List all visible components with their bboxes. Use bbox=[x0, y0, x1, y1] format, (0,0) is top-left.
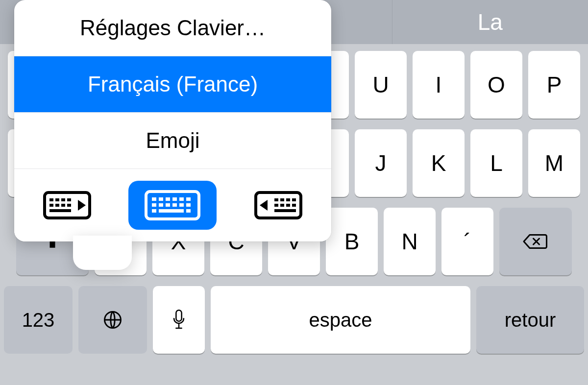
popover-tail bbox=[73, 236, 132, 270]
svg-rect-25 bbox=[152, 209, 156, 213]
svg-rect-19 bbox=[152, 203, 156, 207]
svg-rect-4 bbox=[55, 198, 59, 201]
space-key[interactable]: espace bbox=[211, 286, 470, 354]
dictation-key[interactable] bbox=[153, 286, 205, 354]
svg-rect-1 bbox=[176, 310, 181, 321]
svg-rect-18 bbox=[186, 197, 191, 201]
svg-rect-34 bbox=[280, 204, 284, 207]
key-accent[interactable]: ´ bbox=[441, 208, 493, 275]
globe-icon bbox=[102, 309, 123, 331]
key-u[interactable]: U bbox=[355, 51, 407, 119]
svg-rect-32 bbox=[292, 198, 296, 201]
svg-rect-5 bbox=[61, 198, 65, 201]
space-key-label: espace bbox=[309, 309, 372, 331]
key-k[interactable]: K bbox=[413, 129, 465, 197]
svg-rect-13 bbox=[152, 197, 156, 201]
key-o[interactable]: O bbox=[470, 51, 522, 119]
return-key-label: retour bbox=[505, 309, 556, 331]
svg-rect-16 bbox=[172, 197, 177, 201]
microphone-icon bbox=[171, 308, 187, 332]
svg-rect-15 bbox=[166, 197, 170, 201]
svg-rect-29 bbox=[274, 198, 278, 201]
svg-rect-7 bbox=[49, 204, 53, 207]
svg-rect-21 bbox=[166, 203, 170, 207]
svg-rect-6 bbox=[67, 198, 71, 201]
keyboard-settings-label: Réglages Clavier… bbox=[80, 16, 266, 40]
svg-rect-3 bbox=[49, 198, 53, 201]
backspace-key[interactable] bbox=[499, 208, 572, 275]
svg-rect-17 bbox=[179, 197, 184, 201]
svg-rect-8 bbox=[55, 204, 59, 207]
svg-rect-11 bbox=[49, 209, 71, 212]
keyboard-switcher-popover: Réglages Clavier… Français (France) Emoj… bbox=[14, 0, 331, 241]
svg-rect-10 bbox=[67, 204, 71, 207]
backspace-icon bbox=[522, 232, 549, 251]
key-p[interactable]: P bbox=[528, 51, 580, 119]
keyboard-settings-item[interactable]: Réglages Clavier… bbox=[14, 0, 331, 56]
keyboard-language-item[interactable]: Emoji bbox=[14, 113, 331, 169]
numbers-key-label: 123 bbox=[22, 309, 55, 331]
numbers-key[interactable]: 123 bbox=[4, 286, 73, 354]
svg-rect-14 bbox=[159, 197, 163, 201]
keyboard-dock-left-icon bbox=[43, 190, 92, 221]
key-j[interactable]: J bbox=[355, 129, 407, 197]
keyboard-undock-icon bbox=[143, 188, 202, 223]
svg-rect-33 bbox=[274, 204, 278, 207]
suggestion-item[interactable]: La bbox=[392, 0, 588, 44]
key-i[interactable]: I bbox=[413, 51, 465, 119]
key-b[interactable]: B bbox=[326, 208, 378, 275]
keyboard-row-4: 123 espace retour bbox=[4, 286, 584, 354]
dock-left-button[interactable] bbox=[23, 181, 111, 230]
svg-rect-37 bbox=[274, 209, 296, 212]
keyboard-dock-right-icon bbox=[254, 190, 303, 221]
svg-rect-35 bbox=[286, 204, 290, 207]
dock-right-button[interactable] bbox=[234, 181, 322, 230]
svg-rect-27 bbox=[186, 209, 191, 213]
return-key[interactable]: retour bbox=[476, 286, 584, 354]
keyboard-dock-row bbox=[14, 169, 331, 241]
keyboard-language-item[interactable]: Français (France) bbox=[14, 56, 331, 113]
svg-rect-22 bbox=[172, 203, 177, 207]
svg-rect-23 bbox=[179, 203, 184, 207]
svg-rect-20 bbox=[159, 203, 163, 207]
undock-button[interactable] bbox=[128, 181, 217, 230]
key-n[interactable]: N bbox=[384, 208, 436, 275]
key-m[interactable]: M bbox=[528, 129, 580, 197]
keyboard-language-label: Français (France) bbox=[88, 72, 258, 96]
key-l[interactable]: L bbox=[470, 129, 522, 197]
svg-rect-30 bbox=[280, 198, 284, 201]
globe-key[interactable] bbox=[78, 286, 147, 354]
svg-rect-31 bbox=[286, 198, 290, 201]
svg-rect-26 bbox=[159, 209, 184, 213]
svg-rect-24 bbox=[186, 203, 191, 207]
keyboard-language-label: Emoji bbox=[146, 128, 199, 153]
svg-rect-9 bbox=[61, 204, 65, 207]
svg-rect-36 bbox=[292, 204, 296, 207]
